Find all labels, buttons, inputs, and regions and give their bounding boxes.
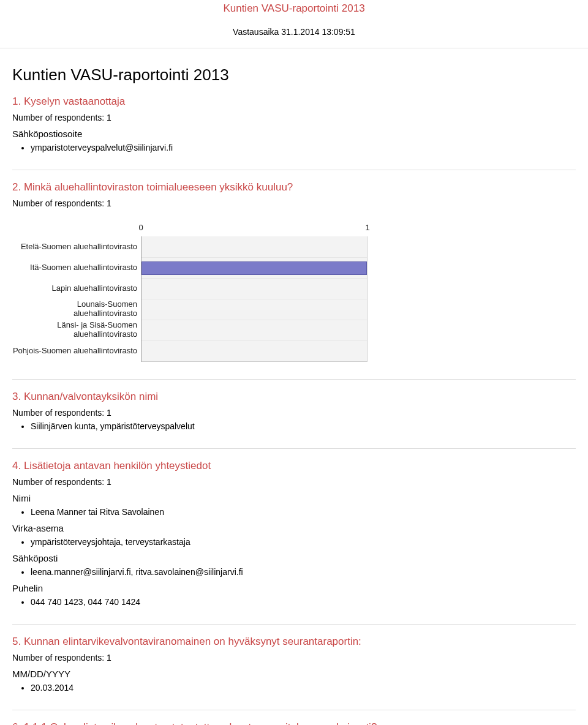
- chart-category-label: Itä-Suomen aluehallintovirasto: [12, 257, 141, 278]
- q4-email-label: Sähköposti: [12, 553, 576, 563]
- header-title: Kuntien VASU-raportointi 2013: [0, 2, 588, 15]
- q1-field-label: Sähköpostiosoite: [12, 129, 576, 139]
- report-header: Kuntien VASU-raportointi 2013 Vastausaik…: [0, 0, 588, 48]
- q4-puhelin: 044 740 1423, 044 740 1424: [31, 597, 576, 607]
- q6-title: 6. 1.1.1 Onko elintarvikevalvontaa toteu…: [12, 721, 576, 725]
- page-body: Kuntien VASU-raportointi 2013 1. Kyselyn…: [0, 48, 588, 725]
- divider: [12, 379, 576, 380]
- divider: [12, 624, 576, 625]
- q3-answers: Siilinjärven kunta, ympäristöterveyspalv…: [12, 421, 576, 431]
- q5-field-label: MM/DD/YYYY: [12, 669, 576, 679]
- q4-virka: ympäristöterveysjohtaja, terveystarkasta…: [31, 537, 576, 547]
- q1-title: 1. Kyselyn vastaanottaja: [12, 96, 576, 108]
- main-title: Kuntien VASU-raportointi 2013: [12, 66, 576, 85]
- q5-answer: 20.03.2014: [31, 683, 576, 693]
- q4-virka-list: ympäristöterveysjohtaja, terveystarkasta…: [12, 537, 576, 547]
- q1-respondents: Number of respondents: 1: [12, 113, 576, 122]
- q3-respondents: Number of respondents: 1: [12, 408, 576, 418]
- q2-chart: 0 1 Etelä-Suomen aluehallintovirastoItä-…: [12, 223, 368, 362]
- q1-answer: ymparistoterveyspalvelut@siilinjarvi.fi: [31, 143, 576, 152]
- q4-email: leena.manner@siilinjarvi.fi, ritva.savol…: [31, 567, 576, 577]
- q4-respondents: Number of respondents: 1: [12, 477, 576, 487]
- chart-bar-slot: [141, 278, 367, 299]
- q2-title: 2. Minkä aluehallintoviraston toimialuee…: [12, 181, 576, 193]
- q4-title: 4. Lisätietoja antavan henkilön yhteysti…: [12, 460, 576, 472]
- chart-bar-slot: [141, 320, 367, 340]
- chart-bar-slot: [141, 257, 367, 278]
- chart-bar-slot: [141, 236, 367, 257]
- q3-title: 3. Kunnan/valvontayksikön nimi: [12, 391, 576, 403]
- q4-nimi-list: Leena Manner tai Ritva Savolainen: [12, 507, 576, 517]
- header-subtitle: Vastausaika 31.1.2014 13:09:51: [0, 27, 588, 37]
- divider: [12, 710, 576, 710]
- chart-category-label: Lapin aluehallintovirasto: [12, 278, 141, 299]
- chart-category-label: Lounais-Suomen aluehallintovirasto: [12, 299, 141, 320]
- chart-bar-slot: [141, 340, 367, 361]
- divider: [12, 448, 576, 449]
- chart-category-label: Etelä-Suomen aluehallintovirasto: [12, 236, 141, 257]
- chart-x-axis: 0 1: [12, 223, 368, 236]
- chart-category-label: Pohjois-Suomen aluehallintovirasto: [12, 340, 141, 361]
- q4-nimi-label: Nimi: [12, 493, 576, 503]
- q4-nimi: Leena Manner tai Ritva Savolainen: [31, 507, 576, 517]
- q2-respondents: Number of respondents: 1: [12, 198, 576, 208]
- chart-bar-slot: [141, 299, 367, 320]
- q5-title: 5. Kunnan elintarvikevalvontaviranomaine…: [12, 636, 576, 648]
- q1-answers: ymparistoterveyspalvelut@siilinjarvi.fi: [12, 143, 576, 152]
- chart-xtick: 1: [365, 223, 369, 235]
- chart-bar: [141, 261, 367, 275]
- q5-answers: 20.03.2014: [12, 683, 576, 693]
- chart-y-labels: Etelä-Suomen aluehallintovirastoItä-Suom…: [12, 236, 141, 362]
- divider: [12, 170, 576, 170]
- chart-category-label: Länsi- ja Sisä-Suomen aluehallintovirast…: [12, 320, 141, 340]
- chart-plot-area: [141, 236, 368, 362]
- q5-respondents: Number of respondents: 1: [12, 653, 576, 663]
- q4-puhelin-label: Puhelin: [12, 583, 576, 593]
- q4-email-list: leena.manner@siilinjarvi.fi, ritva.savol…: [12, 567, 576, 577]
- q3-answer: Siilinjärven kunta, ympäristöterveyspalv…: [31, 421, 576, 431]
- q4-virka-label: Virka-asema: [12, 523, 576, 533]
- chart-xtick: 0: [138, 223, 143, 235]
- q4-puhelin-list: 044 740 1423, 044 740 1424: [12, 597, 576, 607]
